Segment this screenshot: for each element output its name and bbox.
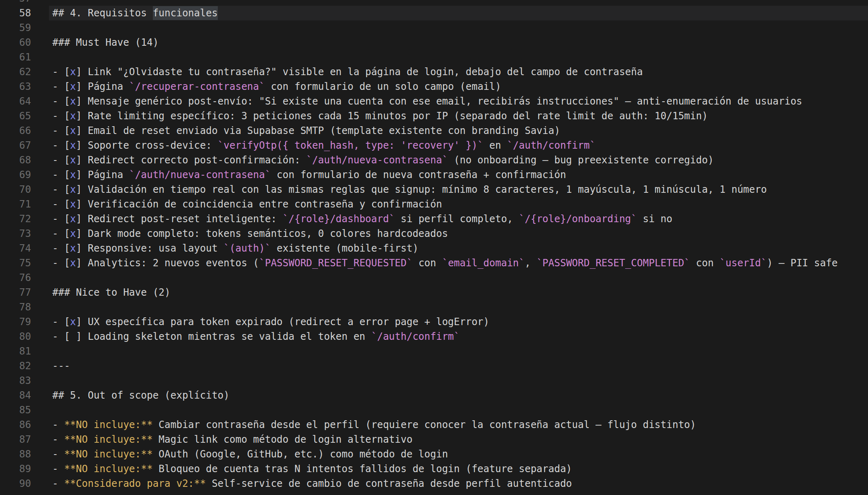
line-number[interactable]: 86 <box>0 417 31 432</box>
line-number[interactable]: 62 <box>0 65 31 79</box>
line-content[interactable]: --- <box>49 359 868 373</box>
line-number[interactable]: 69 <box>0 167 31 182</box>
line-number[interactable]: 66 <box>0 123 31 138</box>
line-content[interactable]: - [x] Analytics: 2 nuevos eventos (`PASS… <box>49 256 868 270</box>
line-content[interactable]: ### Nice to Have (2) <box>49 285 868 300</box>
line-number[interactable]: 73 <box>0 226 31 241</box>
line-number[interactable]: 60 <box>0 35 31 50</box>
code-line[interactable]: 77### Nice to Have (2) <box>0 285 868 300</box>
line-number[interactable]: 77 <box>0 285 31 300</box>
code-line[interactable]: 89- **NO incluye:** Bloqueo de cuenta tr… <box>0 462 868 476</box>
line-number[interactable]: 84 <box>0 388 31 403</box>
line-number[interactable]: 80 <box>0 329 31 344</box>
line-number[interactable]: 87 <box>0 432 31 447</box>
code-line[interactable]: 67- [x] Soporte cross-device: `verifyOtp… <box>0 138 868 153</box>
code-line[interactable]: 81 <box>0 344 868 359</box>
code-line[interactable]: 59 <box>0 20 868 35</box>
code-line[interactable]: 73- [x] Dark mode completo: tokens semán… <box>0 226 868 241</box>
code-line[interactable]: 65- [x] Rate limiting específico: 3 peti… <box>0 109 868 123</box>
line-content[interactable]: - [x] Responsive: usa layout `(auth)` ex… <box>49 241 868 256</box>
code-line[interactable]: 84## 5. Out of scope (explícito) <box>0 388 868 403</box>
line-content[interactable]: - [x] UX específica para token expirado … <box>49 314 868 329</box>
line-number[interactable]: 88 <box>0 447 31 462</box>
line-content[interactable]: - [x] Verificación de coincidencia entre… <box>49 197 868 212</box>
code-line[interactable]: 87- **NO incluye:** Magic link como méto… <box>0 432 868 447</box>
line-content[interactable]: - [x] Redirect correcto post-confirmació… <box>49 153 868 167</box>
code-line[interactable]: 85 <box>0 403 868 417</box>
code-line[interactable]: 69- [x] Página `/auth/nueva-contrasena` … <box>0 167 868 182</box>
code-line[interactable]: 62- [x] Link "¿Olvidaste tu contraseña?"… <box>0 65 868 79</box>
line-content[interactable]: - [ ] Loading skeleton mientras se valid… <box>49 329 868 344</box>
line-content[interactable] <box>49 373 868 388</box>
code-line[interactable]: 71- [x] Verificación de coincidencia ent… <box>0 197 868 212</box>
line-number[interactable]: 67 <box>0 138 31 153</box>
line-number[interactable]: 75 <box>0 256 31 270</box>
code-editor[interactable]: 5758## 4. Requisitos funcionales5960### … <box>0 0 868 495</box>
code-line[interactable]: 88- **NO incluye:** OAuth (Google, GitHu… <box>0 447 868 462</box>
line-number[interactable]: 58 <box>0 6 31 20</box>
code-line[interactable]: 90- **Considerado para v2:** Self-servic… <box>0 476 868 491</box>
line-content[interactable]: - [x] Validación en tiempo real con las … <box>49 182 868 197</box>
line-content[interactable]: - **Considerado para v2:** Self-service … <box>49 476 868 491</box>
code-line[interactable]: 72- [x] Redirect post-reset inteligente:… <box>0 212 868 226</box>
line-number[interactable]: 76 <box>0 270 31 285</box>
code-line[interactable]: 63- [x] Página `/recuperar-contrasena` c… <box>0 79 868 94</box>
line-content[interactable]: - [x] Mensaje genérico post-envío: "Si e… <box>49 94 868 109</box>
code-line[interactable]: 83 <box>0 373 868 388</box>
code-line[interactable]: 64- [x] Mensaje genérico post-envío: "Si… <box>0 94 868 109</box>
line-number[interactable]: 81 <box>0 344 31 359</box>
code-line[interactable]: 66- [x] Email de reset enviado via Supab… <box>0 123 868 138</box>
code-line[interactable]: 75- [x] Analytics: 2 nuevos eventos (`PA… <box>0 256 868 270</box>
line-number[interactable]: 90 <box>0 476 31 491</box>
line-number[interactable]: 71 <box>0 197 31 212</box>
line-content[interactable] <box>49 20 868 35</box>
line-content[interactable] <box>49 270 868 285</box>
code-line[interactable]: 82--- <box>0 359 868 373</box>
line-number[interactable]: 61 <box>0 50 31 65</box>
line-content[interactable] <box>49 403 868 417</box>
line-content[interactable]: ## 5. Out of scope (explícito) <box>49 388 868 403</box>
line-number[interactable]: 74 <box>0 241 31 256</box>
line-number[interactable]: 65 <box>0 109 31 123</box>
line-content[interactable]: - [x] Dark mode completo: tokens semánti… <box>49 226 868 241</box>
code-line[interactable]: 74- [x] Responsive: usa layout `(auth)` … <box>0 241 868 256</box>
line-number[interactable]: 63 <box>0 79 31 94</box>
line-number[interactable]: 85 <box>0 403 31 417</box>
line-content[interactable]: - [x] Rate limiting específico: 3 petici… <box>49 109 868 123</box>
line-number[interactable]: 89 <box>0 462 31 476</box>
code-line[interactable]: 57 <box>0 0 868 6</box>
line-content[interactable] <box>49 344 868 359</box>
line-number[interactable]: 68 <box>0 153 31 167</box>
code-line[interactable]: 80- [ ] Loading skeleton mientras se val… <box>0 329 868 344</box>
code-line[interactable]: 86- **NO incluye:** Cambiar contraseña d… <box>0 417 868 432</box>
line-content[interactable]: - **NO incluye:** OAuth (Google, GitHub,… <box>49 447 868 462</box>
line-number[interactable]: 83 <box>0 373 31 388</box>
line-content[interactable] <box>49 300 868 314</box>
code-line-active[interactable]: 58## 4. Requisitos funcionales <box>0 6 868 20</box>
code-line[interactable]: 76 <box>0 270 868 285</box>
line-content[interactable] <box>49 0 868 6</box>
line-number[interactable]: 57 <box>0 0 31 6</box>
code-line[interactable]: 68- [x] Redirect correcto post-confirmac… <box>0 153 868 167</box>
line-number[interactable]: 78 <box>0 300 31 314</box>
line-content[interactable]: - [x] Email de reset enviado via Supabas… <box>49 123 868 138</box>
line-content[interactable]: - [x] Soporte cross-device: `verifyOtp({… <box>49 138 868 153</box>
code-line[interactable]: 61 <box>0 50 868 65</box>
line-number[interactable]: 82 <box>0 359 31 373</box>
line-content[interactable]: - **NO incluye:** Bloqueo de cuenta tras… <box>49 462 868 476</box>
line-content[interactable]: - **NO incluye:** Magic link como método… <box>49 432 868 447</box>
line-number[interactable]: 72 <box>0 212 31 226</box>
line-number[interactable]: 64 <box>0 94 31 109</box>
code-line[interactable]: 60### Must Have (14) <box>0 35 868 50</box>
line-number[interactable]: 79 <box>0 314 31 329</box>
line-content[interactable]: ## 4. Requisitos funcionales <box>49 6 868 20</box>
code-line[interactable]: 79- [x] UX específica para token expirad… <box>0 314 868 329</box>
line-number[interactable]: 59 <box>0 20 31 35</box>
line-content[interactable] <box>49 50 868 65</box>
line-content[interactable]: - [x] Página `/recuperar-contrasena` con… <box>49 79 868 94</box>
line-content[interactable]: - [x] Redirect post-reset inteligente: `… <box>49 212 868 226</box>
line-content[interactable]: - [x] Link "¿Olvidaste tu contraseña?" v… <box>49 65 868 79</box>
line-content[interactable]: - **NO incluye:** Cambiar contraseña des… <box>49 417 868 432</box>
code-line[interactable]: 70- [x] Validación en tiempo real con la… <box>0 182 868 197</box>
code-line[interactable]: 78 <box>0 300 868 314</box>
